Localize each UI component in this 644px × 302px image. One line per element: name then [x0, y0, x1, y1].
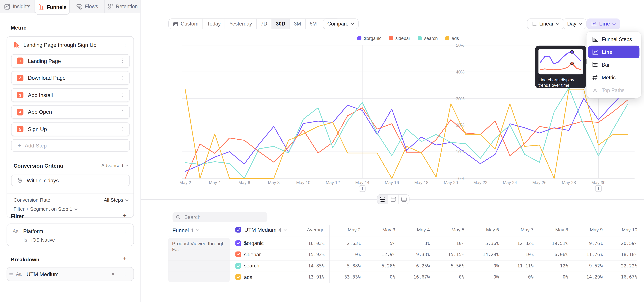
- layout-split-view-button[interactable]: [378, 195, 388, 204]
- row-divider: [168, 260, 637, 260]
- column-header[interactable]: May 4: [397, 227, 430, 232]
- date-range-3m[interactable]: 3M: [290, 19, 306, 29]
- menu-item-bar[interactable]: Bar: [588, 58, 640, 71]
- filter-menu-button[interactable]: ⋮: [118, 229, 132, 233]
- layout-top-panel-button[interactable]: [388, 195, 399, 204]
- breakdown-column-label: UTM Medium: [244, 227, 276, 233]
- filter-operator[interactable]: Is: [24, 237, 27, 243]
- funnel-menu-button[interactable]: ⋮: [118, 43, 132, 47]
- annotation-badge[interactable]: 1: [595, 185, 602, 192]
- step-menu-button[interactable]: ⋮: [116, 110, 130, 114]
- table-group-cell[interactable]: Product Viewed through P...: [168, 238, 230, 282]
- add-step-button[interactable]: + Add Step: [11, 139, 130, 152]
- retention-icon: [107, 4, 113, 10]
- tab-funnels[interactable]: Funnels: [35, 0, 70, 15]
- date-range-label: 7D: [260, 21, 267, 27]
- series-checkbox[interactable]: [235, 274, 241, 280]
- x-axis-tick-label: May 12: [320, 180, 345, 185]
- step-number-badge: 2: [17, 74, 23, 81]
- step-label: App Open: [28, 109, 116, 115]
- column-header[interactable]: May 2: [328, 227, 360, 232]
- add-filter-button[interactable]: +: [123, 213, 126, 218]
- column-divider: [231, 225, 231, 283]
- column-header[interactable]: May 3: [362, 227, 395, 232]
- metric-section-title: Metric: [11, 25, 26, 31]
- funnel-step-row[interactable]: 2Download Page⋮: [11, 71, 130, 85]
- add-breakdown-button[interactable]: +: [123, 256, 126, 262]
- series-checkbox[interactable]: [235, 240, 241, 246]
- funnel-step-row[interactable]: 3App Install⋮: [11, 88, 130, 102]
- remove-breakdown-icon[interactable]: ✕: [108, 272, 118, 277]
- series-checkbox[interactable]: [235, 252, 241, 257]
- funnel-steps-icon: [592, 36, 598, 42]
- row-divider: [168, 283, 637, 283]
- column-header[interactable]: May 7: [500, 227, 534, 232]
- funnel-step-row[interactable]: 5Sign Up⋮: [11, 122, 130, 136]
- step-menu-button[interactable]: ⋮: [116, 76, 130, 80]
- filter-value[interactable]: iOS Native: [31, 237, 55, 243]
- date-range-7d[interactable]: 7D: [256, 19, 272, 29]
- flows-icon: [76, 4, 82, 10]
- menu-item-metric[interactable]: Metric: [588, 71, 640, 84]
- conversion-rate-dropdown[interactable]: All Steps: [104, 197, 123, 203]
- filter-segment-step1-dropdown[interactable]: Filter + Segment on Step 1: [14, 206, 129, 212]
- date-range-yesterday[interactable]: Yesterday: [225, 19, 256, 29]
- chevron-down-icon[interactable]: [284, 229, 287, 231]
- conversion-rate-label: Conversion Rate: [14, 197, 104, 203]
- conversion-window-value: Within 7 days: [27, 177, 59, 184]
- average-value: 15.92%: [292, 252, 324, 257]
- table-cell: 11.76%: [570, 252, 603, 257]
- table-cell: 0%: [466, 274, 499, 280]
- funnel-selector[interactable]: Funnel 1: [172, 227, 199, 234]
- drag-handle-icon[interactable]: [10, 272, 13, 276]
- tab-retention[interactable]: Retention: [105, 0, 140, 13]
- date-range-today[interactable]: Today: [203, 19, 225, 29]
- table-cell: 5.36%: [466, 240, 499, 246]
- filter-property: Platform: [23, 228, 118, 234]
- x-axis-tick-label: May 28: [556, 180, 581, 185]
- menu-item-funnel-steps[interactable]: Funnel Steps: [588, 33, 640, 46]
- funnels-icon: [38, 4, 44, 10]
- date-range-label: 6M: [310, 21, 317, 27]
- conversion-window-button[interactable]: Within 7 days: [11, 175, 130, 186]
- funnel-step-row[interactable]: 4App Open⋮: [11, 105, 130, 119]
- chart-type-dropdown[interactable]: Line: [586, 18, 620, 29]
- table-cell: 22.22%: [604, 263, 637, 268]
- layout-bottom-panel-button[interactable]: [399, 195, 409, 204]
- date-range-label: Custom: [181, 21, 198, 27]
- step-label: Sign Up: [28, 126, 116, 132]
- tab-insights[interactable]: Insights: [0, 0, 35, 13]
- annotation-badge[interactable]: 1: [359, 185, 366, 192]
- step-menu-button[interactable]: ⋮: [116, 59, 130, 63]
- search-input[interactable]: [184, 214, 264, 220]
- column-header[interactable]: May 9: [570, 227, 603, 232]
- advanced-dropdown[interactable]: Advanced: [101, 163, 123, 168]
- scale-dropdown[interactable]: Linear: [527, 18, 564, 29]
- step-menu-button[interactable]: ⋮: [116, 127, 130, 131]
- step-menu-button[interactable]: ⋮: [116, 93, 130, 97]
- granularity-dropdown[interactable]: Day: [563, 18, 587, 29]
- date-range-custom[interactable]: Custom: [169, 19, 203, 29]
- column-header[interactable]: Average: [292, 227, 324, 232]
- column-header[interactable]: May 5: [432, 227, 464, 232]
- column-header[interactable]: May 10: [604, 227, 637, 232]
- table-cell: 5.88%: [328, 263, 360, 268]
- top-paths-icon: [592, 87, 598, 93]
- compare-button[interactable]: Compare: [323, 18, 359, 29]
- date-range-30d[interactable]: 30D: [272, 19, 290, 29]
- chevron-down-icon: [612, 23, 616, 25]
- breakdown-menu-button[interactable]: ⋮: [118, 272, 132, 276]
- table-cell: 20.59%: [604, 240, 637, 246]
- date-range-6m[interactable]: 6M: [306, 19, 321, 29]
- column-header[interactable]: May 6: [466, 227, 499, 232]
- utm-medium-checkbox[interactable]: [235, 227, 241, 232]
- series-checkbox[interactable]: [235, 263, 241, 268]
- tab-flows[interactable]: Flows: [70, 0, 105, 13]
- menu-item-line[interactable]: Line: [588, 46, 640, 58]
- funnel-step-row[interactable]: 1Landing Page⋮: [11, 54, 130, 68]
- table-cell: 9.76%: [570, 240, 603, 246]
- column-header[interactable]: May 8: [535, 227, 568, 232]
- split-view-icon: [380, 197, 385, 202]
- x-axis-tick-label: May 20: [438, 180, 463, 185]
- chart-type-menu: Funnel StepsLineBarMetricTop Paths: [586, 32, 641, 98]
